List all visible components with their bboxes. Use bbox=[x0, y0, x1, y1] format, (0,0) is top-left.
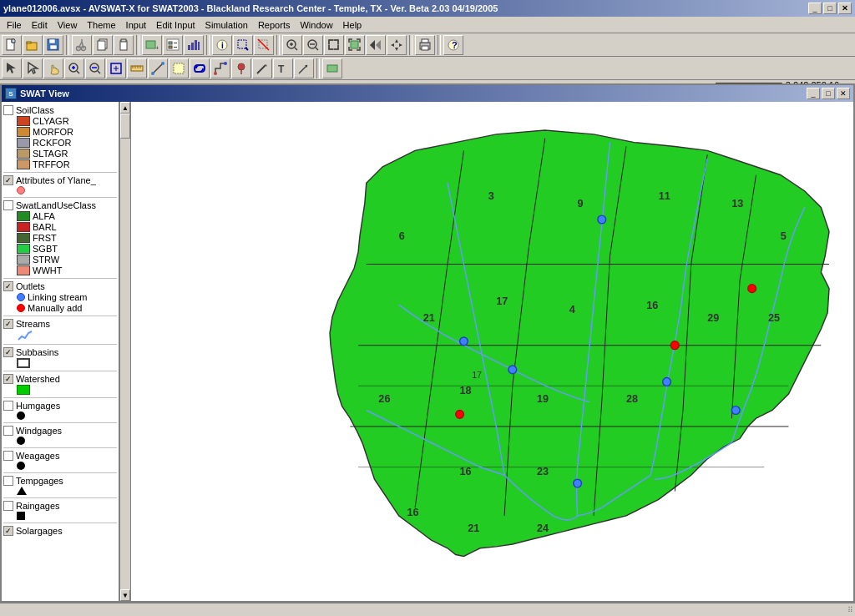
landuse-checkbox[interactable] bbox=[3, 200, 13, 210]
legend-trffor: TRFFOR bbox=[33, 159, 70, 169]
svg-marker-43 bbox=[376, 40, 381, 50]
windgages-checkbox[interactable] bbox=[3, 426, 13, 436]
linking-stream-label: Linking stream bbox=[28, 292, 88, 302]
toolbar2-arrow-btn[interactable] bbox=[23, 58, 43, 78]
menu-input[interactable]: Input bbox=[121, 18, 151, 33]
menu-edit-input[interactable]: Edit Input bbox=[151, 18, 200, 33]
toolbar2-measure-btn[interactable] bbox=[148, 58, 168, 78]
maximize-button[interactable]: □ bbox=[823, 3, 837, 14]
legend-scrollbar[interactable]: ▲ ▼ bbox=[119, 102, 130, 601]
swat-close-btn[interactable]: ✕ bbox=[837, 88, 850, 99]
raingages-checkbox[interactable] bbox=[3, 501, 13, 511]
toolbar2-ruler-btn[interactable] bbox=[127, 58, 147, 78]
minimize-button[interactable]: _ bbox=[808, 3, 822, 14]
toolbar-save-btn[interactable] bbox=[43, 35, 63, 55]
toolbar-select-btn[interactable] bbox=[233, 35, 253, 55]
menu-view[interactable]: View bbox=[53, 18, 83, 33]
toolbar-zoom-active-btn[interactable] bbox=[345, 35, 365, 55]
toolbar-zoom-in-btn[interactable] bbox=[282, 35, 302, 55]
toolbar-copy-btn[interactable] bbox=[93, 35, 113, 55]
tempgages-checkbox[interactable] bbox=[3, 476, 13, 486]
outlets-checkbox[interactable]: ✓ bbox=[3, 281, 13, 291]
weagages-label: Weagages bbox=[16, 451, 59, 461]
toolbar-zoom-extent-btn[interactable] bbox=[324, 35, 344, 55]
toolbar-add-theme-btn[interactable]: + bbox=[142, 35, 162, 55]
toolbar2-zoom-all-btn[interactable] bbox=[106, 58, 126, 78]
toolbar2-zoom-out2-btn[interactable] bbox=[85, 58, 105, 78]
humgages-checkbox[interactable] bbox=[3, 401, 13, 411]
toolbar-print-btn[interactable] bbox=[415, 35, 435, 55]
svg-rect-19 bbox=[169, 42, 172, 44]
toolbar2-extra-btn[interactable] bbox=[322, 58, 342, 78]
toolbar2-arrow2-btn[interactable] bbox=[294, 58, 314, 78]
svg-rect-26 bbox=[198, 42, 200, 50]
legend-alfa: ALFA bbox=[33, 211, 55, 221]
scroll-down-btn[interactable]: ▼ bbox=[120, 589, 130, 601]
toolbar-zoom-prev-btn[interactable] bbox=[366, 35, 386, 55]
legend-section-outlets: ✓ Outlets Linking stream Manually add bbox=[3, 281, 117, 313]
weagages-checkbox[interactable] bbox=[3, 451, 13, 461]
toolbar-pan-btn[interactable] bbox=[387, 35, 407, 55]
tempgages-icon bbox=[17, 487, 27, 495]
swat-maximize-btn[interactable]: □ bbox=[822, 88, 835, 99]
svg-text:19: 19 bbox=[537, 393, 549, 405]
svg-line-78 bbox=[257, 65, 266, 73]
toolbar-classify-btn[interactable] bbox=[184, 35, 204, 55]
toolbar-zoom-out-btn[interactable] bbox=[303, 35, 323, 55]
legend-section-soilclass: SoilClass CLYAGR MORFOR RCKFOR SLTAGR TR… bbox=[3, 105, 117, 169]
svg-text:29: 29 bbox=[707, 312, 719, 324]
legend-section-attributes: ✓ Attributes of Ylane_ bbox=[3, 175, 117, 194]
close-button[interactable]: ✕ bbox=[838, 3, 852, 14]
map-area[interactable]: 6 3 9 11 13 5 21 17 4 16 29 25 26 18 19 … bbox=[131, 102, 853, 601]
swat-minimize-btn[interactable]: _ bbox=[807, 88, 820, 99]
legend-section-windgages: Windgages bbox=[3, 426, 117, 445]
menu-help[interactable]: Help bbox=[338, 18, 367, 33]
toolbar-identify-btn[interactable]: i bbox=[212, 35, 232, 55]
menu-file[interactable]: File bbox=[2, 18, 27, 33]
toolbar2-link-btn[interactable] bbox=[190, 58, 210, 78]
subbasins-checkbox[interactable]: ✓ bbox=[3, 347, 13, 357]
toolbar2-select-btn[interactable] bbox=[2, 58, 22, 78]
menu-reports[interactable]: Reports bbox=[253, 18, 296, 33]
solargages-checkbox[interactable]: ✓ bbox=[3, 526, 13, 536]
toolbar2-text-btn[interactable]: T bbox=[273, 58, 293, 78]
svg-line-38 bbox=[316, 48, 318, 50]
svg-text:16: 16 bbox=[646, 300, 658, 311]
menu-theme[interactable]: Theme bbox=[82, 18, 120, 33]
toolbar2-pin-btn[interactable] bbox=[231, 58, 251, 78]
toolbar-sep-6 bbox=[438, 35, 441, 55]
toolbar2-hand-btn[interactable] bbox=[43, 58, 63, 78]
attributes-checkbox[interactable]: ✓ bbox=[3, 175, 13, 185]
subbasin-num-6: 6 bbox=[399, 230, 405, 242]
toolbar-new-btn[interactable] bbox=[2, 35, 22, 55]
toolbar-help-btn[interactable]: ? bbox=[443, 35, 463, 55]
subbasins-icon bbox=[17, 358, 30, 368]
svg-text:24: 24 bbox=[537, 523, 549, 534]
window-controls: _ □ ✕ bbox=[808, 3, 852, 14]
attributes-dot bbox=[17, 186, 25, 194]
toolbar2-route-btn[interactable] bbox=[210, 58, 230, 78]
menu-edit[interactable]: Edit bbox=[27, 18, 53, 33]
svg-rect-23 bbox=[188, 45, 190, 50]
streams-checkbox[interactable]: ✓ bbox=[3, 319, 13, 329]
toolbar2-zoom-in2-btn[interactable] bbox=[64, 58, 84, 78]
toolbar-clear-selection-btn[interactable] bbox=[254, 35, 274, 55]
svg-text:28: 28 bbox=[626, 393, 638, 405]
resize-grip[interactable]: ⠿ bbox=[847, 606, 853, 614]
toolbar2-select-feature-btn[interactable] bbox=[169, 58, 189, 78]
swat-view-title: S SWAT View bbox=[5, 88, 69, 99]
menu-simulation[interactable]: Simulation bbox=[200, 18, 253, 33]
svg-point-72 bbox=[161, 62, 164, 65]
toolbar2-draw-btn[interactable] bbox=[252, 58, 272, 78]
toolbar-cut-btn[interactable] bbox=[72, 35, 92, 55]
toolbar-legend-btn[interactable] bbox=[163, 35, 183, 55]
soilclass-checkbox[interactable] bbox=[3, 105, 13, 115]
watershed-checkbox[interactable]: ✓ bbox=[3, 374, 13, 384]
toolbar-paste-btn[interactable] bbox=[114, 35, 134, 55]
svg-text:17: 17 bbox=[472, 370, 482, 380]
menu-window[interactable]: Window bbox=[295, 18, 337, 33]
scroll-up-btn[interactable]: ▲ bbox=[120, 102, 130, 114]
toolbar-open-btn[interactable] bbox=[23, 35, 43, 55]
legend-sgbt: SGBT bbox=[33, 244, 58, 254]
scroll-thumb[interactable] bbox=[120, 114, 130, 139]
